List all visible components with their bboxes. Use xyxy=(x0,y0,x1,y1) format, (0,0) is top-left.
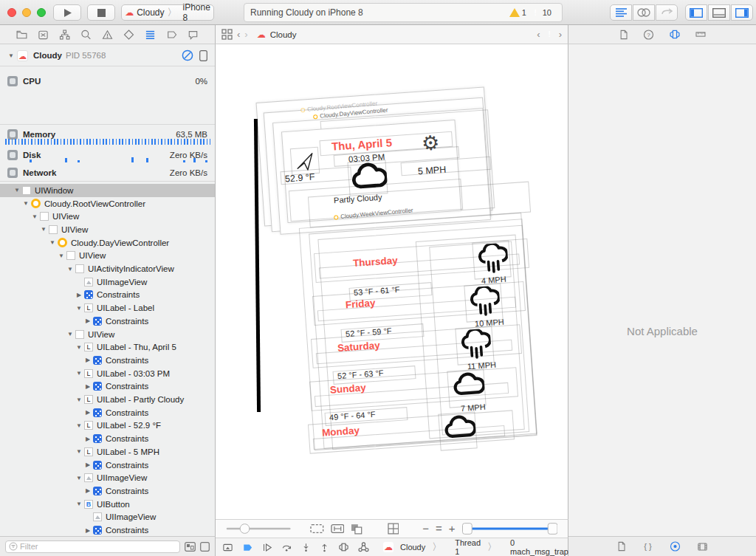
zoom-out-icon[interactable]: − xyxy=(422,525,429,532)
disclosure-icon[interactable]: ▼ xyxy=(22,200,30,207)
file-inspector-tab[interactable] xyxy=(618,29,629,41)
week-weather-cloud-icon[interactable] xyxy=(442,414,476,442)
object-library-button[interactable] xyxy=(669,540,681,552)
show-constraints-icon[interactable] xyxy=(200,542,210,552)
step-over-button[interactable] xyxy=(281,542,293,553)
tree-row[interactable]: ▶ Constraints xyxy=(0,380,216,394)
breakpoints-enabled-button[interactable] xyxy=(241,542,254,553)
week-weather-cloud-icon[interactable] xyxy=(450,371,484,399)
toggle-inspector-button[interactable] xyxy=(731,4,753,21)
file-template-library-button[interactable] xyxy=(616,540,627,552)
tree-row[interactable]: ▶ Constraints xyxy=(0,315,216,328)
week-weather-rain-icon[interactable] xyxy=(459,329,492,362)
debug-app-label[interactable]: Cloudy xyxy=(400,543,425,552)
tree-row[interactable]: ▼ UIWindow xyxy=(0,184,216,197)
disclosure-icon[interactable]: ▼ xyxy=(75,475,83,481)
view-mode-icon[interactable] xyxy=(351,524,364,535)
zoom-actual-icon[interactable]: = xyxy=(436,525,442,532)
disclosure-icon[interactable]: ▶ xyxy=(84,461,92,468)
tree-row[interactable]: UIImageView xyxy=(0,275,216,289)
next-issue-icon[interactable]: › xyxy=(559,29,562,40)
snippet-library-button[interactable]: { } xyxy=(642,540,654,552)
tree-row[interactable]: ▼ UIActivityIndicatorView xyxy=(0,262,216,275)
quick-help-tab[interactable]: ? xyxy=(642,29,655,41)
disclosure-icon[interactable]: ▼ xyxy=(75,448,83,455)
reports-tab[interactable] xyxy=(187,29,199,41)
close-window-button[interactable] xyxy=(7,8,16,17)
disclosure-icon[interactable]: ▶ xyxy=(84,357,92,363)
warning-icon[interactable] xyxy=(509,8,520,17)
orientation-grid-icon[interactable] xyxy=(388,523,399,535)
tree-row[interactable]: ▼ UILabel - 03:03 PM xyxy=(0,367,216,380)
forward-icon[interactable]: › xyxy=(244,29,247,40)
tree-row[interactable]: ▼ UILabel - 52.9 °F xyxy=(0,419,216,433)
related-items-icon[interactable] xyxy=(221,29,233,40)
disclosure-icon[interactable]: ▼ xyxy=(31,213,38,220)
tree-row[interactable]: ▼ UILabel - 5 MPH xyxy=(0,445,216,459)
tree-row[interactable]: UIImageView xyxy=(0,511,216,524)
disclosure-icon[interactable]: ▼ xyxy=(75,422,83,429)
process-row[interactable]: ▼ ☁ Cloudy PID 55768 xyxy=(0,48,215,63)
standard-editor-button[interactable] xyxy=(610,4,632,21)
show-views-with-drawing-icon[interactable] xyxy=(185,542,196,552)
minimize-window-button[interactable] xyxy=(22,8,31,17)
week-wind-label[interactable]: 4 MPH xyxy=(481,275,506,285)
disclosure-icon[interactable]: ▼ xyxy=(75,397,83,403)
tree-row[interactable]: ▼ UIView xyxy=(0,210,216,223)
disclosure-icon[interactable]: ▶ xyxy=(84,409,92,416)
constraint-mode-icon[interactable] xyxy=(331,524,345,534)
disclosure-icon[interactable]: ▼ xyxy=(75,501,83,507)
disclosure-icon[interactable]: ▼ xyxy=(66,331,74,337)
hide-debug-area-button[interactable] xyxy=(221,542,234,553)
step-into-button[interactable] xyxy=(300,542,312,553)
tree-row[interactable]: ▶ Constraints xyxy=(0,432,216,445)
tree-row[interactable]: ▶ Constraints xyxy=(0,484,216,498)
clipped-content-icon[interactable] xyxy=(310,524,324,534)
week-wind-label[interactable]: 11 MPH xyxy=(467,360,497,371)
tree-row[interactable]: ▶ Constraints xyxy=(0,354,216,367)
disclosure-icon[interactable]: ▶ xyxy=(84,527,92,534)
disclosure-icon[interactable]: ▼ xyxy=(75,305,83,312)
source-control-tab[interactable] xyxy=(37,29,49,41)
tree-row[interactable]: ▶ Constraints xyxy=(0,289,216,302)
week-wind-label[interactable]: 10 MPH xyxy=(474,317,504,328)
runtime-issue-icon[interactable]: ! xyxy=(531,8,540,18)
settings-gear-icon[interactable]: ⚙ xyxy=(421,131,440,156)
previous-issue-icon[interactable]: ‹ xyxy=(537,29,540,40)
tree-row[interactable]: ▼ UIView xyxy=(0,250,216,263)
disclosure-icon[interactable]: ▶ xyxy=(84,487,92,494)
thread-label[interactable]: Thread 1 xyxy=(455,538,481,556)
tests-tab[interactable] xyxy=(123,29,135,41)
tree-row[interactable]: ▼ UILabel - Partly Cloudy xyxy=(0,393,216,406)
week-weather-rain-icon[interactable] xyxy=(476,243,509,276)
disclosure-icon[interactable]: ▼ xyxy=(40,226,47,233)
disclosure-icon[interactable]: ▶ xyxy=(84,318,92,324)
disclosure-icon[interactable]: ▶ xyxy=(84,436,92,442)
tree-row[interactable]: ▼ Cloudy.RootViewController xyxy=(0,197,216,210)
object-inspector-tab[interactable] xyxy=(668,28,681,41)
disclosure-icon[interactable]: ▼ xyxy=(66,266,74,272)
day-wind-label[interactable]: 5 MPH xyxy=(418,165,447,177)
back-icon[interactable]: ‹ xyxy=(237,29,240,40)
step-out-button[interactable] xyxy=(319,542,330,553)
find-tab[interactable] xyxy=(80,29,92,41)
tree-row[interactable]: ▼ Cloudy.DayViewController xyxy=(0,236,216,250)
disclosure-icon[interactable]: ▼ xyxy=(7,52,15,59)
disclosure-icon[interactable]: ▼ xyxy=(13,187,21,193)
tree-row[interactable]: ▼ UILabel - Thu, April 5 xyxy=(0,340,216,354)
stop-button[interactable] xyxy=(87,4,115,21)
breakpoints-tab[interactable] xyxy=(165,29,178,41)
memory-graph-button[interactable] xyxy=(357,541,370,553)
toggle-debug-area-button[interactable] xyxy=(708,4,730,21)
disclosure-icon[interactable]: ▶ xyxy=(84,383,92,390)
tree-row[interactable]: ▶ Constraints xyxy=(0,459,216,472)
view-debugger-button[interactable] xyxy=(337,541,350,553)
scheme-selector[interactable]: ☁ Cloudy 〉 iPhone 8 xyxy=(121,4,214,21)
tree-row[interactable]: ▼ UILabel - Label xyxy=(0,301,216,315)
view-debugger-canvas[interactable]: Cloudy.RootViewControllerCloudy.DayViewC… xyxy=(216,44,568,519)
tree-row[interactable]: ▼ UIView xyxy=(0,223,216,236)
tree-row[interactable]: ▼ UIButton xyxy=(0,498,216,511)
disclosure-icon[interactable]: ▶ xyxy=(75,292,83,298)
disclosure-icon[interactable]: ▼ xyxy=(75,344,83,351)
tree-row[interactable]: ▼ UIView xyxy=(0,328,216,341)
